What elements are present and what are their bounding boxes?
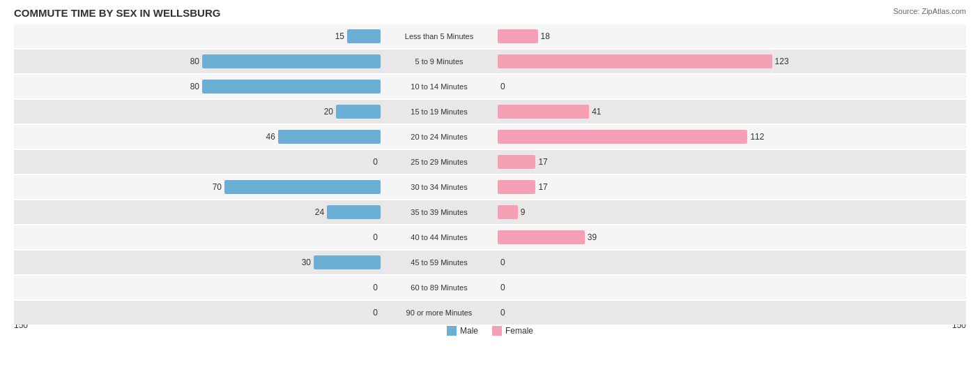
male-value: 0 [360,308,378,318]
chart-row: 0 60 to 89 Minutes 0 [14,276,966,299]
male-bar [336,105,381,119]
chart-row: 70 30 to 34 Minutes 17 [14,175,966,199]
right-section: 0 [495,306,966,320]
right-section: 18 [495,29,966,43]
chart-row: 80 10 to 14 Minutes 0 [14,75,966,98]
female-value: 112 [750,132,764,142]
left-section: 46 [14,130,383,144]
male-value: 24 [307,207,324,217]
chart-row: 24 35 to 39 Minutes 9 [14,200,966,224]
right-section: 39 [495,230,966,244]
female-bar [498,54,772,68]
male-bar [202,54,381,68]
left-section: 20 [14,105,383,119]
female-value: 39 [588,232,597,242]
chart-row: 20 15 to 19 Minutes 41 [14,100,966,124]
male-color-box [447,326,457,336]
female-bar [498,180,535,194]
female-bar [498,155,535,169]
source-text: Source: ZipAtlas.com [893,7,966,15]
row-label: 60 to 89 Minutes [383,283,495,292]
chart-row: 0 25 to 29 Minutes 17 [14,150,966,174]
female-value: 0 [500,258,505,267]
left-section: 0 [14,281,383,295]
left-section: 70 [14,180,383,194]
chart-area: 15 Less than 5 Minutes 18 80 5 to 9 Minu… [14,24,966,318]
left-section: 30 [14,255,383,269]
left-section: 24 [14,205,383,219]
male-value: 0 [360,232,378,242]
right-section: 0 [495,255,966,269]
right-section: 112 [495,130,966,144]
male-bar [314,255,381,269]
row-label: 30 to 34 Minutes [383,183,495,191]
female-value: 0 [500,308,505,318]
row-label: Less than 5 Minutes [383,32,495,40]
male-bar [347,29,381,43]
female-value: 9 [521,207,526,217]
male-value: 46 [258,132,275,142]
legend: Male Female [447,326,533,336]
female-value: 0 [500,283,505,292]
female-value: 123 [775,57,789,66]
chart-row: 15 Less than 5 Minutes 18 [14,24,966,48]
chart-row: 0 90 or more Minutes 0 [14,301,966,325]
row-label: 5 to 9 Minutes [383,57,495,66]
right-section: 17 [495,155,966,169]
female-value: 41 [592,107,601,117]
left-section: 0 [14,230,383,244]
right-section: 0 [495,80,966,94]
chart-title: COMMUTE TIME BY SEX IN WELLSBURG [14,7,966,19]
row-label: 25 to 29 Minutes [383,158,495,166]
male-bar [278,130,381,144]
chart-container: COMMUTE TIME BY SEX IN WELLSBURG Source:… [0,0,980,365]
female-bar [498,29,538,43]
left-section: 0 [14,306,383,320]
male-value: 30 [293,258,311,267]
row-label: 15 to 19 Minutes [383,107,495,116]
row-label: 45 to 59 Minutes [383,258,495,267]
female-value: 0 [500,82,505,91]
female-bar [498,230,585,244]
right-section: 9 [495,205,966,219]
row-label: 20 to 24 Minutes [383,133,495,141]
row-label: 90 or more Minutes [383,308,495,317]
female-value: 18 [541,31,550,41]
male-value: 15 [327,31,344,41]
male-value: 0 [360,283,378,292]
row-label: 40 to 44 Minutes [383,233,495,241]
female-bar [498,105,589,119]
male-bar [202,80,381,94]
chart-row: 80 5 to 9 Minutes 123 [14,50,966,73]
left-section: 80 [14,54,383,68]
left-section: 0 [14,155,383,169]
chart-row: 0 40 to 44 Minutes 39 [14,225,966,249]
chart-row: 46 20 to 24 Minutes 112 [14,125,966,149]
male-value: 0 [360,157,378,167]
female-color-box [492,326,502,336]
right-section: 123 [495,54,966,68]
female-value: 17 [538,157,547,167]
male-value: 70 [204,182,222,192]
female-bar [498,205,518,219]
male-bar [224,180,381,194]
left-section: 80 [14,80,383,94]
right-section: 41 [495,105,966,119]
female-value: 17 [538,182,547,192]
row-label: 10 to 14 Minutes [383,82,495,91]
right-section: 17 [495,180,966,194]
left-section: 15 [14,29,383,43]
male-value: 20 [316,107,333,117]
row-label: 35 to 39 Minutes [383,208,495,216]
legend-female: Female [492,326,533,336]
male-label: Male [460,326,478,336]
right-section: 0 [495,281,966,295]
male-value: 80 [182,82,199,91]
female-label: Female [505,326,533,336]
male-value: 80 [182,57,199,66]
chart-row: 30 45 to 59 Minutes 0 [14,251,966,274]
legend-male: Male [447,326,478,336]
female-bar [498,130,747,144]
male-bar [327,205,381,219]
